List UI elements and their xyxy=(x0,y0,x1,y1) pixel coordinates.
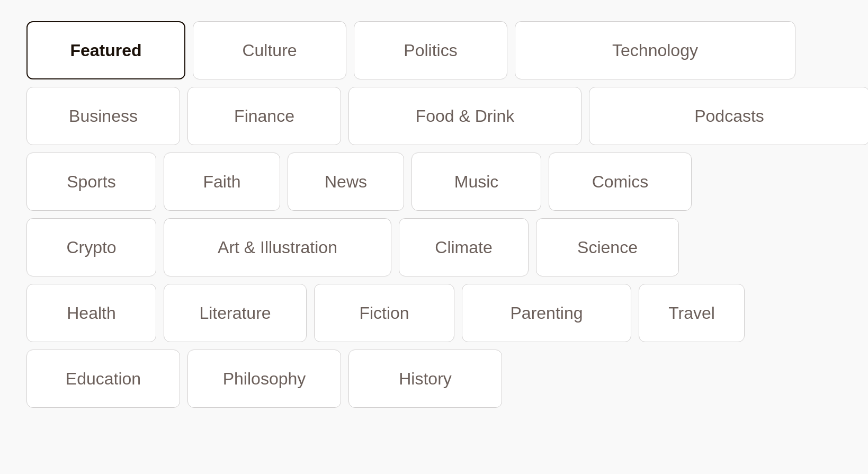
category-btn-culture[interactable]: Culture xyxy=(193,21,346,79)
category-btn-literature[interactable]: Literature xyxy=(164,284,307,342)
category-btn-philosophy[interactable]: Philosophy xyxy=(187,350,341,408)
category-btn-artillustration[interactable]: Art & Illustration xyxy=(164,218,391,276)
category-row-row5: HealthLiteratureFictionParentingTravel xyxy=(26,284,842,342)
category-btn-politics[interactable]: Politics xyxy=(354,21,507,79)
category-btn-featured[interactable]: Featured xyxy=(26,21,185,79)
category-row-row2: BusinessFinanceFood & DrinkPodcasts xyxy=(26,87,842,145)
category-grid: FeaturedCulturePoliticsTechnologyBusines… xyxy=(16,11,852,418)
category-row-row4: CryptoArt & IllustrationClimateScience xyxy=(26,218,842,276)
category-btn-education[interactable]: Education xyxy=(26,350,180,408)
category-btn-news[interactable]: News xyxy=(288,153,404,211)
category-btn-comics[interactable]: Comics xyxy=(549,153,692,211)
category-btn-podcasts[interactable]: Podcasts xyxy=(589,87,868,145)
category-btn-faith[interactable]: Faith xyxy=(164,153,280,211)
category-btn-technology[interactable]: Technology xyxy=(515,21,795,79)
category-row-row1: FeaturedCulturePoliticsTechnology xyxy=(26,21,842,79)
category-btn-music[interactable]: Music xyxy=(411,153,541,211)
category-btn-science[interactable]: Science xyxy=(536,218,679,276)
category-btn-health[interactable]: Health xyxy=(26,284,156,342)
category-btn-sports[interactable]: Sports xyxy=(26,153,156,211)
category-btn-finance[interactable]: Finance xyxy=(187,87,341,145)
category-row-row6: EducationPhilosophyHistory xyxy=(26,350,842,408)
category-btn-business[interactable]: Business xyxy=(26,87,180,145)
category-btn-climate[interactable]: Climate xyxy=(399,218,529,276)
category-row-row3: SportsFaithNewsMusicComics xyxy=(26,153,842,211)
category-btn-fiction[interactable]: Fiction xyxy=(314,284,454,342)
category-btn-parenting[interactable]: Parenting xyxy=(462,284,631,342)
category-btn-crypto[interactable]: Crypto xyxy=(26,218,156,276)
category-btn-history[interactable]: History xyxy=(348,350,502,408)
category-btn-fooddrink[interactable]: Food & Drink xyxy=(348,87,581,145)
category-btn-travel[interactable]: Travel xyxy=(639,284,745,342)
